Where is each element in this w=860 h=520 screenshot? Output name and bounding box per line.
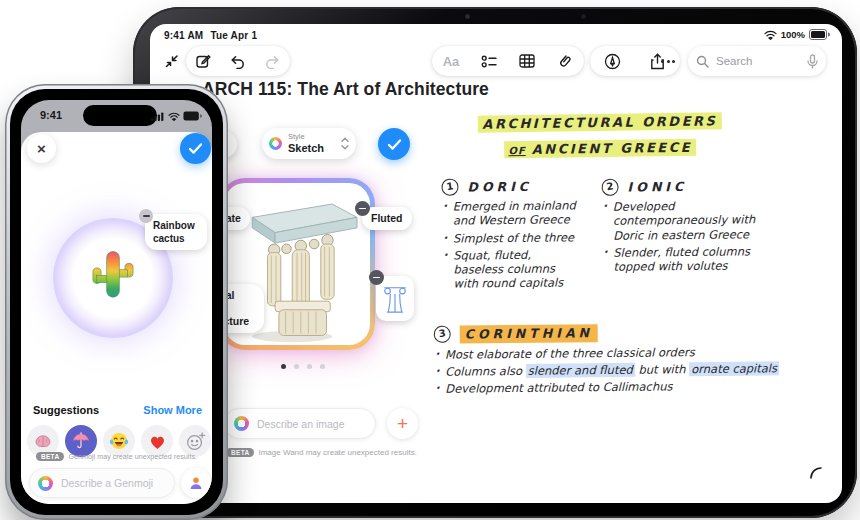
minus-icon [143, 215, 150, 217]
column-sketch-icon [381, 282, 409, 316]
corinthian-bullet: Development attributed to Callimachus [434, 378, 786, 396]
ipad-status-icons: 100% [764, 29, 830, 40]
image-prompt-field[interactable] [224, 408, 376, 439]
show-more-link[interactable]: Show More [143, 404, 202, 416]
wifi-icon [168, 112, 180, 121]
ipad-date: Tue Apr 1 [210, 30, 257, 41]
rainbow-umbrella-emoji [71, 431, 91, 451]
table-button[interactable] [514, 48, 540, 74]
ipad-screen: 9:41 AMTue Apr 1 100% [150, 24, 842, 503]
attach-button[interactable] [552, 48, 578, 74]
disclaimer-text: Image Wand may create unexpected results… [258, 448, 416, 457]
corinthian-title: CORINTHIAN [460, 324, 598, 343]
search-icon [696, 55, 709, 68]
suggestions-label: Suggestions [33, 404, 99, 416]
redo-icon [264, 54, 281, 69]
heart-emoji [148, 433, 167, 450]
genmoji-prompt-field[interactable] [29, 468, 175, 498]
checklist-icon [481, 54, 498, 69]
beta-badge: BETA [36, 452, 64, 461]
apple-intelligence-swirl-icon [38, 476, 53, 491]
iphone-status-icons [151, 111, 202, 121]
corinthian-section: 3CORINTHIAN Most elaborate of the three … [434, 322, 787, 399]
paperclip-icon [557, 53, 573, 69]
disclaimer-text: Genmoji may create unexpected results. [68, 452, 197, 461]
format-button[interactable]: Aa [438, 48, 464, 74]
table-icon [519, 54, 535, 68]
brain-emoji [33, 433, 53, 450]
signal-icon [151, 112, 165, 121]
chevron-up-down-icon [341, 137, 349, 150]
ionic-title: IONIC [627, 179, 687, 195]
collapse-toolbar-button[interactable] [158, 48, 184, 74]
confirm-check-icon [387, 138, 402, 151]
corner-scroll-indicator [808, 465, 824, 481]
note-title: ARCH 115: The Art of Architecture [202, 79, 489, 100]
iphone-bezel: 9:41 × [10, 89, 223, 515]
style-selector[interactable]: Style Sketch [262, 128, 356, 159]
ipad-device: 9:41 AMTue Apr 1 100% [133, 7, 857, 518]
add-emoji-icon [185, 431, 206, 452]
edit-toolbar-group [186, 46, 290, 76]
genmoji-disclaimer: BETA Genmoji may create unexpected resul… [21, 452, 212, 461]
ellipsis-icon [661, 60, 675, 63]
markup-button[interactable] [600, 48, 626, 74]
ionic-bullet: Slender, fluted columns topped with volu… [602, 244, 770, 274]
heading-line-1: ARCHITECTURAL ORDERS [478, 112, 721, 132]
chip-rainbow-cactus[interactable]: Rainbow cactus [145, 214, 207, 250]
corinthian-bullet: Columns also slender and fluted but with… [434, 361, 786, 379]
doric-bullet: Simplest of the three [442, 230, 580, 246]
more-button[interactable] [655, 48, 681, 74]
people-genmoji-button[interactable] [181, 468, 211, 498]
ipad-status-bar: 9:41 AMTue Apr 1 [164, 30, 264, 41]
dynamic-island [83, 105, 157, 126]
checklist-button[interactable] [476, 48, 502, 74]
search-field[interactable] [688, 46, 826, 76]
compose-button[interactable] [190, 48, 216, 74]
doric-bullet: Emerged in mainland and Western Greece [442, 198, 580, 228]
doric-section: 1DORIC Emerged in mainland and Western G… [441, 177, 580, 294]
remove-fluted-button[interactable] [355, 201, 370, 216]
image-wand-disclaimer: BETA Image Wand may create unexpected re… [226, 448, 417, 457]
redo-button[interactable] [260, 48, 286, 74]
battery-icon [809, 29, 830, 40]
battery-percent: 100% [781, 29, 805, 40]
plus-icon: + [397, 413, 408, 435]
heading-of: OF [508, 145, 525, 156]
image-prompt-input[interactable] [255, 417, 366, 431]
undo-button[interactable] [225, 48, 251, 74]
style-label: Style [288, 133, 335, 141]
ipad-mic-dot [581, 14, 586, 19]
image-page-dots[interactable] [268, 364, 338, 369]
minus-icon [373, 277, 380, 279]
doric-number: 1 [440, 177, 459, 196]
accept-image-button[interactable] [378, 128, 410, 160]
insert-toolbar-group: Aa [432, 46, 584, 76]
compose-icon [195, 53, 211, 69]
close-genmoji-button[interactable]: × [27, 134, 56, 163]
genmoji-sheet: × [21, 132, 212, 504]
apple-intelligence-swirl-icon [234, 416, 249, 431]
ipad-clock: 9:41 AM [164, 30, 203, 41]
avatar-icon [188, 475, 204, 491]
ionic-bullet: Developed contemporaneously with Doric i… [602, 198, 770, 243]
remove-sketch-reference-button[interactable] [369, 270, 384, 285]
search-input[interactable] [714, 54, 802, 68]
doric-bullet: Squat, fluted, baseless columns with rou… [442, 247, 580, 291]
markup-icon [604, 53, 621, 70]
iphone-clock: 9:41 [40, 109, 62, 121]
accept-genmoji-button[interactable] [180, 133, 211, 164]
minus-icon [359, 208, 366, 210]
rainbow-cactus-emoji [85, 246, 141, 310]
genmoji-prompt-input[interactable] [59, 476, 166, 490]
corinthian-number: 3 [433, 325, 452, 344]
heading-line-2: ANCIENT GREECE [532, 140, 693, 157]
format-label: Aa [443, 54, 460, 69]
add-concept-button[interactable]: + [387, 408, 418, 439]
confirm-check-icon [188, 142, 203, 155]
ionic-number: 2 [600, 178, 619, 197]
remove-rainbow-cactus-button[interactable] [139, 209, 153, 223]
beta-badge: BETA [226, 448, 254, 457]
mic-icon[interactable] [807, 54, 818, 69]
laughing-emoji [109, 431, 129, 451]
